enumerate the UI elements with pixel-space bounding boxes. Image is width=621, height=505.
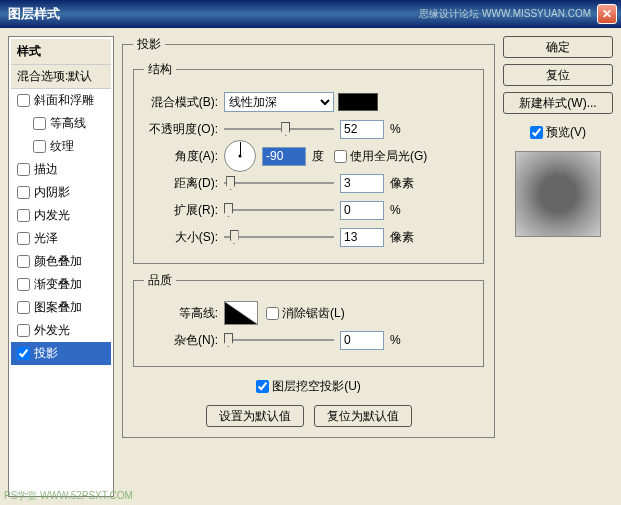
noise-input[interactable] <box>340 331 384 350</box>
spread-label: 扩展(R): <box>144 202 224 219</box>
blend-mode-label: 混合模式(B): <box>144 94 224 111</box>
sidebar-item-7[interactable]: 颜色叠加 <box>11 250 111 273</box>
opacity-unit: % <box>390 122 401 136</box>
contour-picker[interactable] <box>224 301 258 325</box>
distance-slider[interactable] <box>224 173 334 193</box>
panel-fieldset: 投影 结构 混合模式(B): 线性加深 不透明度(O): % <box>122 36 495 438</box>
global-light-checkbox[interactable]: 使用全局光(G) <box>334 148 427 165</box>
cancel-button[interactable]: 复位 <box>503 64 613 86</box>
sidebar-item-10[interactable]: 外发光 <box>11 319 111 342</box>
opacity-label: 不透明度(O): <box>144 121 224 138</box>
close-button[interactable]: ✕ <box>597 4 617 24</box>
sidebar-item-checkbox[interactable] <box>17 94 30 107</box>
sidebar-item-label: 图案叠加 <box>34 299 82 316</box>
sidebar-item-checkbox[interactable] <box>17 347 30 360</box>
angle-label: 角度(A): <box>144 148 224 165</box>
quality-legend: 品质 <box>144 272 176 289</box>
spread-input[interactable] <box>340 201 384 220</box>
spread-slider[interactable] <box>224 200 334 220</box>
noise-unit: % <box>390 333 401 347</box>
angle-unit: 度 <box>312 148 324 165</box>
sidebar-item-11[interactable]: 投影 <box>11 342 111 365</box>
sidebar-item-label: 纹理 <box>50 138 74 155</box>
blend-mode-select[interactable]: 线性加深 <box>224 92 334 112</box>
sidebar-item-2[interactable]: 纹理 <box>11 135 111 158</box>
preview-thumbnail <box>515 151 601 237</box>
distance-label: 距离(D): <box>144 175 224 192</box>
sidebar-item-checkbox[interactable] <box>17 163 30 176</box>
sidebar-item-label: 颜色叠加 <box>34 253 82 270</box>
shadow-color-swatch[interactable] <box>338 93 378 111</box>
opacity-slider[interactable] <box>224 119 334 139</box>
sidebar-item-label: 投影 <box>34 345 58 362</box>
size-slider[interactable] <box>224 227 334 247</box>
sidebar-item-checkbox[interactable] <box>17 324 30 337</box>
sidebar-header[interactable]: 样式 <box>11 39 111 65</box>
make-default-button[interactable]: 设置为默认值 <box>206 405 304 427</box>
sidebar-item-checkbox[interactable] <box>17 255 30 268</box>
sidebar-item-label: 外发光 <box>34 322 70 339</box>
contour-label: 等高线: <box>144 305 224 322</box>
distance-input[interactable] <box>340 174 384 193</box>
sidebar-item-checkbox[interactable] <box>17 209 30 222</box>
sidebar-item-6[interactable]: 光泽 <box>11 227 111 250</box>
window-title: 图层样式 <box>4 5 60 23</box>
styles-sidebar: 样式 混合选项:默认 斜面和浮雕等高线纹理描边内阴影内发光光泽颜色叠加渐变叠加图… <box>8 36 114 497</box>
watermark: 思缘设计论坛 WWW.MISSYUAN.COM <box>419 7 591 21</box>
opacity-input[interactable] <box>340 120 384 139</box>
size-label: 大小(S): <box>144 229 224 246</box>
noise-slider[interactable] <box>224 330 334 350</box>
antialias-checkbox[interactable]: 消除锯齿(L) <box>266 305 345 322</box>
angle-input[interactable] <box>262 147 306 166</box>
sidebar-item-8[interactable]: 渐变叠加 <box>11 273 111 296</box>
sidebar-item-checkbox[interactable] <box>17 278 30 291</box>
sidebar-item-checkbox[interactable] <box>33 117 46 130</box>
dialog-content: 样式 混合选项:默认 斜面和浮雕等高线纹理描边内阴影内发光光泽颜色叠加渐变叠加图… <box>0 28 621 505</box>
sidebar-item-0[interactable]: 斜面和浮雕 <box>11 89 111 112</box>
structure-legend: 结构 <box>144 61 176 78</box>
sidebar-item-1[interactable]: 等高线 <box>11 112 111 135</box>
sidebar-item-checkbox[interactable] <box>33 140 46 153</box>
sidebar-item-checkbox[interactable] <box>17 186 30 199</box>
sidebar-item-9[interactable]: 图案叠加 <box>11 296 111 319</box>
reset-default-button[interactable]: 复位为默认值 <box>314 405 412 427</box>
knockout-checkbox[interactable]: 图层挖空投影(U) <box>256 378 361 395</box>
panel-title: 投影 <box>133 36 165 53</box>
distance-unit: 像素 <box>390 175 414 192</box>
sidebar-item-label: 内阴影 <box>34 184 70 201</box>
center-panel: 投影 结构 混合模式(B): 线性加深 不透明度(O): % <box>122 36 495 497</box>
preview-checkbox[interactable]: 预览(V) <box>503 124 613 141</box>
sidebar-item-checkbox[interactable] <box>17 301 30 314</box>
structure-group: 结构 混合模式(B): 线性加深 不透明度(O): % 角度(A): <box>133 61 484 264</box>
right-column: 确定 复位 新建样式(W)... 预览(V) <box>503 36 613 497</box>
quality-group: 品质 等高线: 消除锯齿(L) 杂色(N): % <box>133 272 484 367</box>
sidebar-blend-options[interactable]: 混合选项:默认 <box>11 65 111 89</box>
sidebar-item-label: 描边 <box>34 161 58 178</box>
footer-watermark: PS学堂 WWW.52PSXT.COM <box>4 489 133 503</box>
main-area: 投影 结构 混合模式(B): 线性加深 不透明度(O): % <box>122 36 613 497</box>
ok-button[interactable]: 确定 <box>503 36 613 58</box>
spread-unit: % <box>390 203 401 217</box>
title-bar: 图层样式 思缘设计论坛 WWW.MISSYUAN.COM ✕ <box>0 0 621 28</box>
sidebar-item-label: 等高线 <box>50 115 86 132</box>
sidebar-item-4[interactable]: 内阴影 <box>11 181 111 204</box>
new-style-button[interactable]: 新建样式(W)... <box>503 92 613 114</box>
sidebar-item-label: 渐变叠加 <box>34 276 82 293</box>
sidebar-item-label: 内发光 <box>34 207 70 224</box>
noise-label: 杂色(N): <box>144 332 224 349</box>
sidebar-item-5[interactable]: 内发光 <box>11 204 111 227</box>
sidebar-item-label: 光泽 <box>34 230 58 247</box>
angle-dial[interactable] <box>224 140 256 172</box>
size-unit: 像素 <box>390 229 414 246</box>
sidebar-item-checkbox[interactable] <box>17 232 30 245</box>
sidebar-item-3[interactable]: 描边 <box>11 158 111 181</box>
size-input[interactable] <box>340 228 384 247</box>
sidebar-item-label: 斜面和浮雕 <box>34 92 94 109</box>
